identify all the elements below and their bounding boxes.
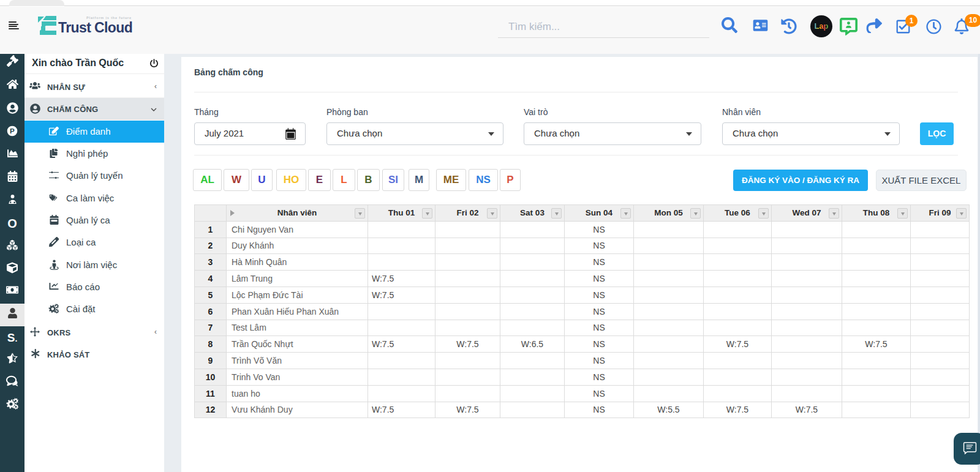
svg-text:P: P xyxy=(10,127,15,135)
